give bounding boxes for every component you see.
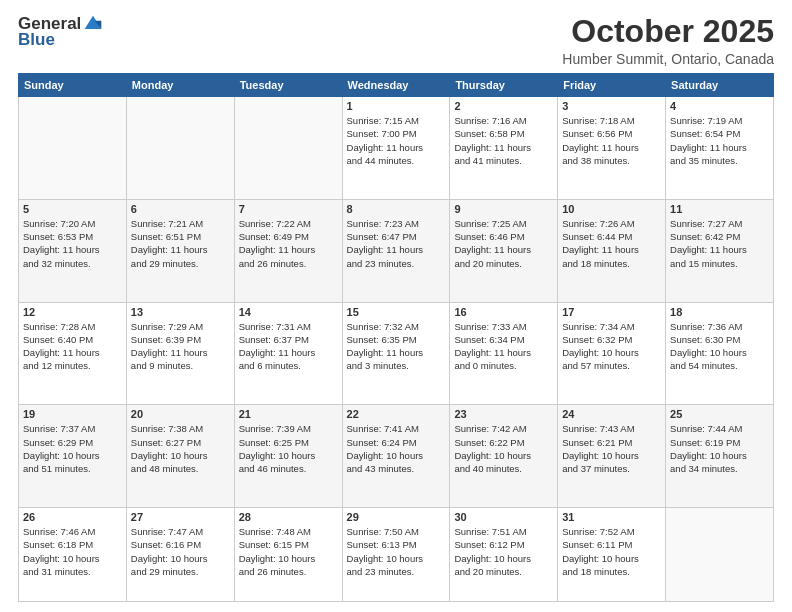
day-number: 12 [23,306,122,318]
table-row [234,97,342,200]
day-info: Sunrise: 7:43 AM Sunset: 6:21 PM Dayligh… [562,422,661,475]
col-sunday: Sunday [19,74,127,97]
table-row: 11Sunrise: 7:27 AM Sunset: 6:42 PM Dayli… [666,199,774,302]
day-info: Sunrise: 7:18 AM Sunset: 6:56 PM Dayligh… [562,114,661,167]
day-info: Sunrise: 7:32 AM Sunset: 6:35 PM Dayligh… [347,320,446,373]
table-row: 7Sunrise: 7:22 AM Sunset: 6:49 PM Daylig… [234,199,342,302]
day-number: 28 [239,511,338,523]
table-row: 13Sunrise: 7:29 AM Sunset: 6:39 PM Dayli… [126,302,234,405]
table-row: 8Sunrise: 7:23 AM Sunset: 6:47 PM Daylig… [342,199,450,302]
day-number: 3 [562,100,661,112]
day-info: Sunrise: 7:29 AM Sunset: 6:39 PM Dayligh… [131,320,230,373]
col-friday: Friday [558,74,666,97]
day-number: 2 [454,100,553,112]
table-row: 12Sunrise: 7:28 AM Sunset: 6:40 PM Dayli… [19,302,127,405]
table-row: 31Sunrise: 7:52 AM Sunset: 6:11 PM Dayli… [558,508,666,602]
day-info: Sunrise: 7:27 AM Sunset: 6:42 PM Dayligh… [670,217,769,270]
table-row: 26Sunrise: 7:46 AM Sunset: 6:18 PM Dayli… [19,508,127,602]
day-info: Sunrise: 7:52 AM Sunset: 6:11 PM Dayligh… [562,525,661,578]
table-row: 21Sunrise: 7:39 AM Sunset: 6:25 PM Dayli… [234,405,342,508]
day-info: Sunrise: 7:34 AM Sunset: 6:32 PM Dayligh… [562,320,661,373]
table-row: 2Sunrise: 7:16 AM Sunset: 6:58 PM Daylig… [450,97,558,200]
header: General Blue October 2025 Humber Summit,… [18,14,774,67]
logo-icon [83,14,103,34]
day-info: Sunrise: 7:36 AM Sunset: 6:30 PM Dayligh… [670,320,769,373]
day-number: 19 [23,408,122,420]
calendar-table: Sunday Monday Tuesday Wednesday Thursday… [18,73,774,602]
day-info: Sunrise: 7:16 AM Sunset: 6:58 PM Dayligh… [454,114,553,167]
day-number: 9 [454,203,553,215]
table-row: 29Sunrise: 7:50 AM Sunset: 6:13 PM Dayli… [342,508,450,602]
day-number: 10 [562,203,661,215]
day-info: Sunrise: 7:26 AM Sunset: 6:44 PM Dayligh… [562,217,661,270]
day-info: Sunrise: 7:31 AM Sunset: 6:37 PM Dayligh… [239,320,338,373]
table-row: 5Sunrise: 7:20 AM Sunset: 6:53 PM Daylig… [19,199,127,302]
table-row: 23Sunrise: 7:42 AM Sunset: 6:22 PM Dayli… [450,405,558,508]
day-number: 27 [131,511,230,523]
table-row: 3Sunrise: 7:18 AM Sunset: 6:56 PM Daylig… [558,97,666,200]
day-number: 29 [347,511,446,523]
table-row: 6Sunrise: 7:21 AM Sunset: 6:51 PM Daylig… [126,199,234,302]
day-number: 23 [454,408,553,420]
day-number: 1 [347,100,446,112]
table-row: 16Sunrise: 7:33 AM Sunset: 6:34 PM Dayli… [450,302,558,405]
location-subtitle: Humber Summit, Ontario, Canada [562,51,774,67]
logo-blue-text: Blue [18,30,55,50]
table-row: 19Sunrise: 7:37 AM Sunset: 6:29 PM Dayli… [19,405,127,508]
month-title: October 2025 [562,14,774,49]
page: General Blue October 2025 Humber Summit,… [0,0,792,612]
day-info: Sunrise: 7:20 AM Sunset: 6:53 PM Dayligh… [23,217,122,270]
day-info: Sunrise: 7:37 AM Sunset: 6:29 PM Dayligh… [23,422,122,475]
day-number: 17 [562,306,661,318]
day-info: Sunrise: 7:25 AM Sunset: 6:46 PM Dayligh… [454,217,553,270]
day-number: 21 [239,408,338,420]
day-info: Sunrise: 7:15 AM Sunset: 7:00 PM Dayligh… [347,114,446,167]
day-info: Sunrise: 7:22 AM Sunset: 6:49 PM Dayligh… [239,217,338,270]
day-number: 16 [454,306,553,318]
day-number: 13 [131,306,230,318]
table-row: 22Sunrise: 7:41 AM Sunset: 6:24 PM Dayli… [342,405,450,508]
day-info: Sunrise: 7:47 AM Sunset: 6:16 PM Dayligh… [131,525,230,578]
day-number: 14 [239,306,338,318]
col-saturday: Saturday [666,74,774,97]
col-thursday: Thursday [450,74,558,97]
day-number: 8 [347,203,446,215]
day-number: 15 [347,306,446,318]
calendar-header-row: Sunday Monday Tuesday Wednesday Thursday… [19,74,774,97]
table-row: 14Sunrise: 7:31 AM Sunset: 6:37 PM Dayli… [234,302,342,405]
day-info: Sunrise: 7:21 AM Sunset: 6:51 PM Dayligh… [131,217,230,270]
table-row: 9Sunrise: 7:25 AM Sunset: 6:46 PM Daylig… [450,199,558,302]
col-tuesday: Tuesday [234,74,342,97]
day-info: Sunrise: 7:44 AM Sunset: 6:19 PM Dayligh… [670,422,769,475]
day-number: 31 [562,511,661,523]
day-info: Sunrise: 7:28 AM Sunset: 6:40 PM Dayligh… [23,320,122,373]
table-row: 18Sunrise: 7:36 AM Sunset: 6:30 PM Dayli… [666,302,774,405]
table-row: 4Sunrise: 7:19 AM Sunset: 6:54 PM Daylig… [666,97,774,200]
table-row: 28Sunrise: 7:48 AM Sunset: 6:15 PM Dayli… [234,508,342,602]
day-info: Sunrise: 7:50 AM Sunset: 6:13 PM Dayligh… [347,525,446,578]
day-info: Sunrise: 7:51 AM Sunset: 6:12 PM Dayligh… [454,525,553,578]
day-info: Sunrise: 7:23 AM Sunset: 6:47 PM Dayligh… [347,217,446,270]
table-row [126,97,234,200]
table-row: 30Sunrise: 7:51 AM Sunset: 6:12 PM Dayli… [450,508,558,602]
day-number: 22 [347,408,446,420]
day-number: 4 [670,100,769,112]
table-row: 10Sunrise: 7:26 AM Sunset: 6:44 PM Dayli… [558,199,666,302]
col-monday: Monday [126,74,234,97]
table-row: 24Sunrise: 7:43 AM Sunset: 6:21 PM Dayli… [558,405,666,508]
day-number: 20 [131,408,230,420]
day-number: 30 [454,511,553,523]
day-number: 7 [239,203,338,215]
day-number: 11 [670,203,769,215]
table-row: 17Sunrise: 7:34 AM Sunset: 6:32 PM Dayli… [558,302,666,405]
day-info: Sunrise: 7:39 AM Sunset: 6:25 PM Dayligh… [239,422,338,475]
day-number: 24 [562,408,661,420]
logo: General Blue [18,14,103,50]
table-row [19,97,127,200]
table-row: 25Sunrise: 7:44 AM Sunset: 6:19 PM Dayli… [666,405,774,508]
day-info: Sunrise: 7:48 AM Sunset: 6:15 PM Dayligh… [239,525,338,578]
table-row: 20Sunrise: 7:38 AM Sunset: 6:27 PM Dayli… [126,405,234,508]
day-number: 26 [23,511,122,523]
day-info: Sunrise: 7:19 AM Sunset: 6:54 PM Dayligh… [670,114,769,167]
table-row: 27Sunrise: 7:47 AM Sunset: 6:16 PM Dayli… [126,508,234,602]
